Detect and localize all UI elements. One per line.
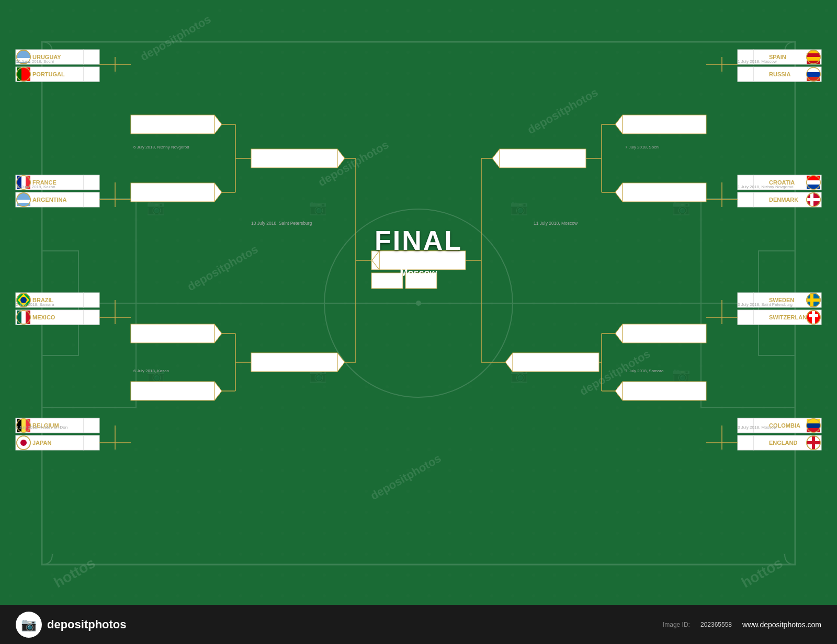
svg-marker-238 bbox=[505, 353, 513, 372]
svg-rect-172 bbox=[810, 293, 813, 307]
svg-rect-214 bbox=[500, 149, 586, 168]
svg-rect-84 bbox=[131, 183, 214, 202]
svg-marker-117 bbox=[337, 353, 345, 372]
svg-rect-100 bbox=[131, 324, 214, 343]
final-section: FINAL 15 July 2018 Moscow bbox=[375, 225, 462, 279]
svg-rect-169 bbox=[738, 310, 753, 325]
svg-rect-184 bbox=[738, 435, 753, 450]
website-url: www.depositphotos.com bbox=[742, 620, 821, 629]
svg-marker-85 bbox=[214, 183, 222, 202]
svg-text:MEXICO: MEXICO bbox=[32, 314, 55, 320]
svg-rect-77 bbox=[131, 115, 214, 134]
svg-text:RUSSIA: RUSSIA bbox=[769, 71, 791, 77]
svg-rect-55 bbox=[21, 310, 26, 324]
svg-rect-139 bbox=[807, 57, 820, 61]
svg-point-71 bbox=[20, 440, 27, 446]
svg-rect-23 bbox=[21, 67, 30, 81]
svg-rect-156 bbox=[807, 180, 820, 185]
svg-text:JAPAN: JAPAN bbox=[32, 440, 52, 446]
final-title: FINAL bbox=[375, 225, 462, 256]
logo-icon: 📷 bbox=[21, 617, 37, 632]
final-location: Moscow bbox=[375, 268, 462, 279]
image-id-label: Image ID: bbox=[663, 621, 690, 628]
svg-rect-64 bbox=[84, 435, 99, 450]
svg-text:2 July 2018, Rostov-on-Don: 2 July 2018, Rostov-on-Don bbox=[16, 425, 67, 430]
svg-marker-229 bbox=[615, 382, 623, 400]
svg-rect-153 bbox=[738, 192, 753, 207]
svg-rect-48 bbox=[84, 310, 99, 325]
svg-rect-28 bbox=[84, 175, 99, 190]
svg-text:2 July 2018, Samara: 2 July 2018, Samara bbox=[16, 302, 54, 307]
svg-text:1 July 2018, Nizhny Novgorod: 1 July 2018, Nizhny Novgorod bbox=[738, 185, 794, 189]
svg-text:PORTUGAL: PORTUGAL bbox=[32, 71, 65, 77]
svg-rect-187 bbox=[807, 423, 820, 428]
svg-text:SWITZERLAND: SWITZERLAND bbox=[769, 314, 811, 320]
footer: 📷 depositphotos Image ID: 202365558 www.… bbox=[0, 605, 837, 644]
svg-marker-101 bbox=[214, 324, 222, 343]
final-date: 15 July 2018 bbox=[375, 258, 462, 268]
svg-text:10 July 2018, Saint Petersburg: 10 July 2018, Saint Petersburg bbox=[251, 221, 312, 226]
svg-rect-31 bbox=[84, 192, 99, 207]
svg-text:30 June 2018, Sochi: 30 June 2018, Sochi bbox=[16, 59, 54, 64]
svg-rect-192 bbox=[807, 441, 820, 444]
svg-rect-136 bbox=[738, 67, 753, 82]
svg-rect-176 bbox=[809, 314, 818, 317]
brand-name: depositphotos bbox=[47, 618, 127, 631]
svg-rect-144 bbox=[807, 72, 820, 77]
svg-rect-93 bbox=[251, 149, 337, 168]
footer-logo: 📷 depositphotos bbox=[16, 612, 127, 638]
svg-rect-221 bbox=[623, 324, 706, 343]
svg-text:7 July 2018, Samara: 7 July 2018, Samara bbox=[625, 369, 664, 373]
svg-rect-61 bbox=[84, 418, 99, 433]
svg-text:DENMARK: DENMARK bbox=[769, 197, 798, 203]
brand-logo-circle: 📷 bbox=[16, 612, 42, 638]
svg-text:1 July 2018, Moscow: 1 July 2018, Moscow bbox=[738, 59, 777, 64]
svg-rect-237 bbox=[513, 353, 599, 372]
svg-text:ENGLAND: ENGLAND bbox=[769, 440, 797, 446]
image-id-value: 202365558 bbox=[700, 621, 732, 628]
svg-rect-138 bbox=[807, 53, 820, 57]
svg-marker-78 bbox=[214, 115, 222, 134]
svg-rect-45 bbox=[84, 293, 99, 307]
svg-rect-116 bbox=[251, 353, 337, 372]
svg-rect-198 bbox=[623, 115, 706, 134]
svg-marker-215 bbox=[492, 149, 500, 168]
svg-rect-205 bbox=[623, 183, 706, 202]
svg-text:11 July 2018, Moscow: 11 July 2018, Moscow bbox=[534, 221, 578, 226]
svg-rect-12 bbox=[84, 50, 99, 64]
svg-rect-107 bbox=[131, 382, 214, 400]
svg-marker-94 bbox=[337, 149, 345, 168]
svg-rect-15 bbox=[84, 67, 99, 82]
svg-text:7 July 2018, Sochi: 7 July 2018, Sochi bbox=[625, 145, 660, 150]
svg-text:3 July 2018, Moscow: 3 July 2018, Moscow bbox=[738, 425, 777, 430]
svg-rect-161 bbox=[810, 193, 813, 206]
svg-marker-206 bbox=[615, 183, 623, 202]
svg-rect-38 bbox=[17, 197, 30, 200]
svg-marker-222 bbox=[615, 324, 623, 343]
svg-text:3 July 2018, Saint Petersburg: 3 July 2018, Saint Petersburg bbox=[738, 302, 793, 307]
svg-marker-199 bbox=[615, 115, 623, 134]
svg-text:ARGENTINA: ARGENTINA bbox=[32, 197, 66, 203]
svg-text:6 July 2018, Nizhny Novgorod: 6 July 2018, Nizhny Novgorod bbox=[133, 145, 189, 150]
svg-rect-39 bbox=[17, 200, 30, 203]
svg-text:6 July 2018, Kazan: 6 July 2018, Kazan bbox=[133, 369, 169, 373]
svg-rect-228 bbox=[623, 382, 706, 400]
svg-marker-108 bbox=[214, 382, 222, 400]
svg-text:30 June 2018, Kazan: 30 June 2018, Kazan bbox=[16, 185, 55, 189]
svg-rect-17 bbox=[17, 53, 30, 58]
